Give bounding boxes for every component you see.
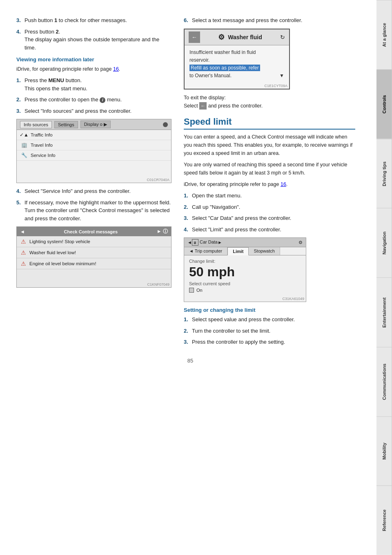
msg-lighting: ⚠ Lighting system! Stop vehicle: [17, 236, 171, 247]
back-button[interactable]: ←: [189, 31, 200, 43]
step-3-text: Push button 1 to check for other message…: [24, 16, 172, 25]
check-control-left-arrow[interactable]: ◄: [20, 229, 25, 235]
screenshot-note-1: C01CR7040A: [17, 177, 171, 183]
sl-step-3-num: 3.: [184, 214, 192, 222]
speed-limit-heading: Speed limit: [184, 116, 355, 130]
right-column: 6. Select a text message and press the c…: [184, 16, 355, 349]
car-data-title: 🖥 Car Data: [192, 239, 218, 246]
menu-service-info[interactable]: 🔧 Service Info: [17, 150, 171, 161]
menu-travel-info[interactable]: 🏢 Travel Info: [17, 140, 171, 150]
step-6: 6. Select a text message and press the c…: [184, 16, 355, 25]
info-sources-screenshot: Info sources Settings Display o ▶ ✓▲ Tra…: [16, 119, 172, 183]
tab-controls[interactable]: Controls: [376, 69, 392, 139]
sl-step-3: 3. Select "Car Data" and press the contr…: [184, 214, 355, 222]
on-checkbox[interactable]: [189, 288, 194, 293]
tab-navigation[interactable]: Navigation: [376, 208, 392, 278]
set-step-2-text: Turn the controller to set the limit.: [192, 327, 355, 335]
page-number: 85: [16, 358, 364, 364]
check-control-screenshot: ◄ Check Control messages ► ⓘ ⚠ Lighting …: [16, 226, 172, 288]
info-icon: i: [100, 97, 105, 103]
speed-limit-para2: You are only warned of reaching this spe…: [184, 161, 355, 177]
step-5: 5. If necessary, move the highlight mark…: [16, 199, 172, 223]
car-data-tabs: ◄ Trip computer Limit Stopwatch: [184, 247, 306, 255]
washer-box-header: ← ⚙ Washer fluid ↻: [185, 29, 289, 45]
sl-step-4: 4. Select "Limit" and press the controll…: [184, 226, 355, 234]
step-4b-text: Select "Service Info" and press the cont…: [24, 187, 172, 195]
msg-oil-text: Engine oil level below minimum!: [29, 261, 96, 266]
tab-trip-computer[interactable]: ◄ Trip computer: [184, 247, 227, 255]
page-ref-16-link-2[interactable]: 16: [281, 181, 286, 187]
tab-limit[interactable]: Limit: [227, 247, 249, 255]
check-control-right-arrow[interactable]: ► ⓘ: [157, 228, 168, 235]
sl-step-2: 2. Call up "Navigation".: [184, 203, 355, 211]
car-data-body: Change limit: 50 mph Select current spee…: [184, 255, 306, 296]
sl-step-1-text: Open the start menu.: [192, 192, 355, 200]
view-step-3-text: Select "Info sources" and press the cont…: [24, 107, 172, 115]
washer-box-refresh-icon: ↻: [280, 34, 285, 40]
sl-step-4-num: 4.: [184, 226, 192, 234]
main-content: 3. Push button 1 to check for other mess…: [0, 0, 376, 555]
step-6-text: Select a text message and press the cont…: [192, 16, 355, 25]
car-data-monitor-icon: 🖥: [192, 239, 198, 246]
view-step-3: 3. Select "Info sources" and press the c…: [16, 107, 172, 115]
sl-step-1: 1. Open the start menu.: [184, 192, 355, 200]
set-step-1-num: 1.: [184, 316, 192, 324]
view-step-3-num: 3.: [16, 107, 24, 115]
left-column: 3. Push button 1 to check for other mess…: [16, 16, 172, 349]
set-step-2: 2. Turn the controller to set the limit.: [184, 327, 355, 335]
washer-box-title: ⚙ Washer fluid: [218, 33, 262, 42]
step-4-num: 4.: [16, 28, 24, 52]
view-step-1-text: Press the MENU button.This opens the sta…: [24, 76, 172, 92]
tab-stopwatch[interactable]: Stopwatch: [249, 247, 280, 255]
car-data-screenshot: ◄ 🖥 Car Data ► ⚙ ◄ Trip computer Limit S…: [184, 237, 306, 302]
view-step-2-num: 2.: [16, 96, 24, 104]
step-6-num: 6.: [184, 16, 192, 25]
set-step-1-text: Select speed value and press the control…: [192, 316, 355, 324]
warn-icon-oil: ⚠: [21, 260, 26, 267]
sl-step-3-text: Select "Car Data" and press the controll…: [192, 214, 355, 222]
car-data-header: ◄ 🖥 Car Data ► ⚙: [184, 238, 306, 247]
washer-box-body: Insufficient washer fluid in fluidreserv…: [185, 45, 289, 83]
select-current-speed: Select current speed: [189, 281, 301, 286]
speed-display: 50 mph: [189, 264, 301, 280]
tab-reference[interactable]: Reference: [376, 486, 392, 555]
side-tabs: At a glance Controls Driving tips Naviga…: [376, 0, 392, 555]
speed-limit-para1: You can enter a speed, and a Check Contr…: [184, 133, 355, 157]
service-info-icon: 🔧: [21, 152, 27, 159]
tab-settings[interactable]: Settings: [54, 121, 78, 128]
tab-driving-tips[interactable]: Driving tips: [376, 139, 392, 208]
travel-info-label: Travel Info: [31, 143, 53, 148]
step-3-num: 3.: [16, 16, 24, 25]
back-icon: ←: [199, 102, 207, 110]
check-control-title-bar: ◄ Check Control messages ► ⓘ: [17, 227, 171, 236]
view-step-1-num: 1.: [16, 76, 24, 92]
warn-icon-lighting: ⚠: [21, 238, 26, 245]
tab-info-sources[interactable]: Info sources: [20, 121, 52, 128]
car-data-settings-icon[interactable]: ⚙: [298, 240, 303, 245]
step-4b-num: 4.: [16, 187, 24, 195]
sl-step-1-num: 1.: [184, 192, 192, 200]
tab-at-a-glance[interactable]: At a glance: [376, 0, 392, 69]
car-data-right-arrow[interactable]: ►: [218, 240, 222, 245]
msg-oil: ⚠ Engine oil level below minimum!: [17, 258, 171, 269]
two-column-layout: 3. Push button 1 to check for other mess…: [16, 16, 364, 349]
service-info-label: Service Info: [31, 153, 56, 158]
step-4: 4. Press button 2.The display again show…: [16, 28, 172, 52]
set-step-3: 3. Press the controller to apply the set…: [184, 338, 355, 346]
tab-entertainment[interactable]: Entertainment: [376, 278, 392, 347]
traffic-info-icon: ✓▲: [21, 132, 27, 138]
washer-body-text: Insufficient washer fluid in fluidreserv…: [189, 49, 260, 79]
car-data-left-arrow[interactable]: ◄: [187, 240, 192, 245]
idrive-ref-2: iDrive, for operating principle refer to…: [184, 180, 355, 188]
on-row: On: [189, 288, 301, 293]
tab-display[interactable]: Display o ▶: [80, 121, 111, 128]
tab-communications[interactable]: Communications: [376, 347, 392, 416]
set-step-1: 1. Select speed value and press the cont…: [184, 316, 355, 324]
page-ref-16-link[interactable]: 16: [113, 66, 119, 72]
idrive-ref-1: iDrive, for operating principle refer to…: [16, 65, 172, 73]
msg-washer: ⚠ Washer fluid level low!: [17, 247, 171, 258]
tab-mobility[interactable]: Mobility: [376, 416, 392, 486]
on-label: On: [196, 288, 203, 293]
menu-traffic-info[interactable]: ✓▲ Traffic Info: [17, 130, 171, 140]
washer-fluid-screenshot: ← ⚙ Washer fluid ↻ Insufficient washer f…: [184, 29, 290, 90]
